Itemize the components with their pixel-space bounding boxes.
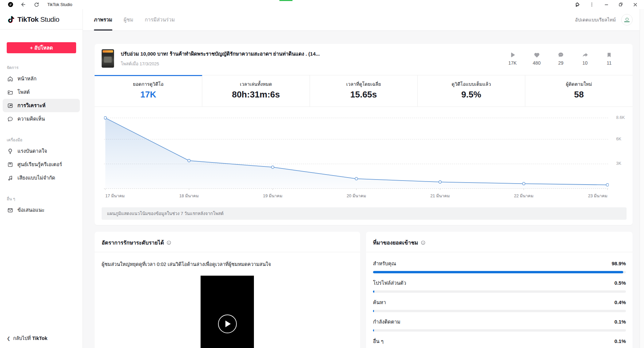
sidebar-item-label: การวิเคราะห์ (17, 101, 46, 110)
traffic-bar-fill (373, 290, 374, 293)
sidebar-item-feedback[interactable]: ข้อเสนอแนะ (3, 203, 80, 217)
minimize-icon[interactable] (603, 2, 609, 7)
traffic-row-search: ค้นหา0.4% (373, 298, 626, 312)
upload-button[interactable]: + อัปโหลด (7, 42, 76, 53)
traffic-label: ค้นหา (373, 298, 386, 306)
metric-value: 80h:31m:6s (202, 89, 310, 100)
close-icon[interactable] (632, 2, 638, 7)
browser-menu-icon[interactable] (589, 2, 595, 7)
sidebar-item-sounds[interactable]: เสียงแบบไม่จำกัด (3, 171, 80, 185)
metric-value: 15.65s (310, 89, 417, 100)
tab-overview[interactable]: ภาพรวม (94, 9, 112, 30)
home-icon (7, 75, 13, 82)
page-scrollbar[interactable] (640, 9, 644, 348)
chevron-left-icon: ❮ (7, 336, 10, 341)
extensions-icon[interactable] (575, 2, 580, 7)
video-player[interactable] (201, 276, 254, 348)
metric-value: 9.5% (418, 89, 525, 100)
post-summary-row[interactable]: ปรับอ่วม 10,000 บาท! ร้านค้าทำผิดพระราชบ… (95, 44, 633, 68)
back-to-tiktok-link[interactable]: ❮กลับไปที่ TikTok (7, 334, 47, 342)
stat-value: 17K (500, 60, 525, 66)
tab-loading-strip (279, 0, 292, 1)
sidebar-item-inspiration[interactable]: แรงบันดาลใจ (3, 144, 80, 158)
reload-icon[interactable] (34, 2, 39, 7)
traffic-bar-track (373, 271, 626, 273)
lightbulb-icon (7, 148, 13, 154)
metric-new-followers[interactable]: ผู้ติดตามใหม่ 58 (525, 75, 633, 107)
sidebar-item-creator-academy[interactable]: ศูนย์เรียนรู้ครีเอเตอร์ (3, 158, 80, 171)
retention-title: อัตราการรักษาระดับรายได้ (102, 238, 164, 247)
metric-video-views[interactable]: ยอดการดูวิดีโอ 17K (95, 75, 202, 107)
post-date: โพสต์เมื่อ 17/3/2025 (121, 60, 320, 67)
traffic-bar-track (373, 329, 626, 332)
sidebar-item-comments[interactable]: ความคิดเห็น (3, 112, 80, 126)
sidebar-item-label: หน้าหลัก (17, 75, 37, 83)
metric-watched-full-video[interactable]: ดูวิดีโอแบบเต็มแล้ว 9.5% (418, 75, 525, 107)
line-chart-canvas (104, 116, 609, 191)
realtime-updates-label: อัปเดตแบบเรียลไทม์ (575, 16, 616, 23)
sidebar-section-tools: เครื่องมือ (0, 136, 83, 144)
tab-engagement[interactable]: การมีส่วนร่วม (145, 9, 175, 30)
sidebar-item-label: เสียงแบบไม่จำกัด (17, 174, 55, 182)
stat-views: 17K (500, 51, 525, 66)
info-icon[interactable] (166, 240, 171, 245)
sidebar-item-label: ศูนย์เรียนรู้ครีเอเตอร์ (17, 160, 62, 168)
stat-saves: 11 (597, 51, 621, 66)
restore-icon[interactable] (618, 2, 624, 7)
play-icon (500, 51, 525, 59)
stat-shares: 10 (573, 51, 597, 66)
tiktok-studio-logo: TikTok Studio (0, 9, 83, 29)
x-axis-tick-label: 18 มีนาคม (179, 193, 199, 199)
stat-value: 29 (549, 60, 573, 66)
metric-avg-watch-time[interactable]: เวลาที่ดูโดยเฉลี่ย 15.65s (310, 75, 418, 107)
traffic-bar-fill (373, 310, 374, 312)
retention-panel: อัตราการรักษาระดับรายได้ ผู้ชมส่วนใหญ่หย… (95, 232, 360, 348)
avatar[interactable] (621, 14, 633, 25)
traffic-label: สำหรับคุณ (373, 260, 396, 268)
traffic-bar-track (373, 310, 626, 312)
window-title: TikTok Studio (47, 2, 72, 7)
metric-value: 58 (525, 89, 633, 100)
info-icon[interactable] (421, 240, 426, 245)
stat-comments: 29 (549, 51, 573, 66)
stat-value: 11 (597, 60, 621, 66)
sidebar-section-manage: จัดการ (0, 63, 83, 72)
play-button-icon[interactable] (218, 315, 237, 333)
traffic-bar-track (373, 290, 626, 293)
sidebar-item-analytics[interactable]: การวิเคราะห์ (3, 99, 80, 112)
views-trend-chart: 8.6K6K3K 17 มีนาคม18 มีนาคม19 มีนาคม20 ม… (104, 116, 609, 200)
analytics-header: ภาพรวม ผู้ชม การมีส่วนร่วม อัปเดตแบบเรีย… (83, 9, 644, 31)
metric-label: ดูวิดีโอแบบเต็มแล้ว (418, 80, 525, 88)
tab-viewers[interactable]: ผู้ชม (124, 9, 133, 30)
y-axis-tick-label: 3K (616, 161, 621, 166)
y-axis-tick-label: 8.6K (616, 115, 625, 120)
learning-center-icon (7, 161, 13, 168)
traffic-row-others: อื่น ๆ0.1% (373, 337, 626, 348)
window-titlebar: TikTok Studio (0, 0, 644, 9)
metric-label: เวลาที่ดูโดยเฉลี่ย (310, 80, 417, 88)
traffic-value: 98.9% (611, 261, 626, 266)
sidebar-item-home[interactable]: หน้าหลัก (3, 72, 80, 85)
tiktok-studio-window: TikTok Studio (0, 0, 644, 348)
traffic-title: ที่มาของยอดเข้าชม (373, 238, 418, 247)
back-icon[interactable] (20, 2, 26, 7)
envelope-icon (7, 207, 13, 213)
stat-value: 480 (525, 60, 549, 66)
post-title: ปรับอ่วม 10,000 บาท! ร้านค้าทำผิดพระราชบ… (121, 50, 320, 58)
post-stats: 17K 480 29 (500, 51, 621, 66)
overview-card: ปรับอ่วม 10,000 บาท! ร้านค้าทำผิดพระราชบ… (95, 44, 633, 225)
traffic-value: 0.4% (614, 299, 626, 305)
traffic-value: 0.5% (614, 280, 626, 286)
post-thumbnail[interactable] (102, 49, 114, 68)
traffic-bar-fill (373, 271, 623, 273)
sidebar-item-posts[interactable]: โพสต์ (3, 85, 80, 99)
back-to-tiktok-brand: TikTok (32, 336, 47, 341)
sidebar-item-label: โพสต์ (17, 88, 30, 96)
metric-total-play-time[interactable]: เวลาเล่นทั้งหมด 80h:31m:6s (202, 75, 310, 107)
back-to-tiktok-label: กลับไปที่ (13, 336, 31, 341)
comment-icon (549, 51, 573, 59)
traffic-row-personal-profile: โปรไฟล์ส่วนตัว0.5% (373, 279, 626, 293)
bookmark-icon (597, 51, 621, 59)
sidebar-item-label: แรงบันดาลใจ (17, 147, 47, 155)
traffic-row-following: กำลังติดตาม0.1% (373, 318, 626, 332)
